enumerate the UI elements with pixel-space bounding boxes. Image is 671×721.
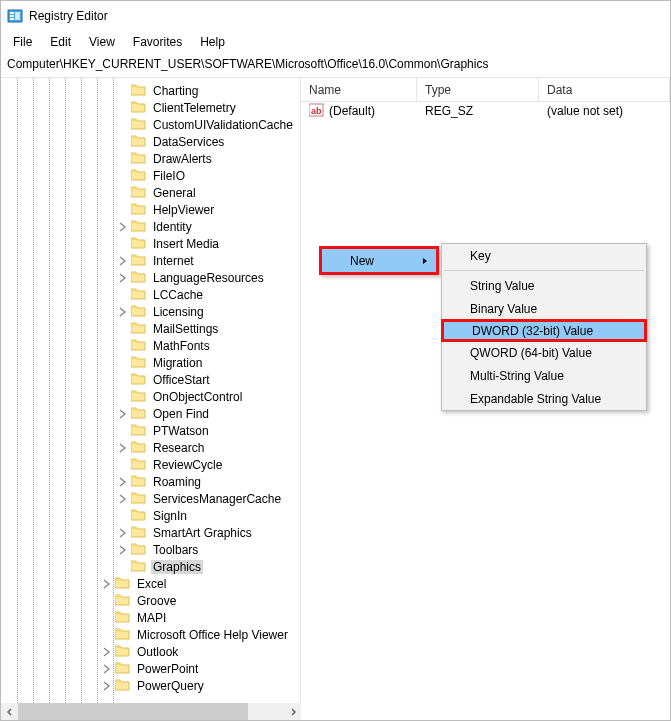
tree-item[interactable]: MailSettings (117, 320, 300, 337)
tree-item[interactable]: Insert Media (117, 235, 300, 252)
folder-icon (115, 677, 131, 694)
tree-item[interactable]: FileIO (117, 167, 300, 184)
string-value-icon (309, 103, 325, 120)
tree-item[interactable]: ClientTelemetry (117, 99, 300, 116)
tree-item[interactable]: OfficeStart (117, 371, 300, 388)
svg-rect-3 (10, 18, 14, 20)
tree-item[interactable]: Open Find (117, 405, 300, 422)
col-header-data[interactable]: Data (539, 78, 670, 101)
menu-help[interactable]: Help (192, 33, 233, 51)
expander-icon[interactable] (117, 255, 129, 267)
expander-icon[interactable] (101, 578, 113, 590)
context-submenu-new[interactable]: KeyString ValueBinary ValueDWORD (32-bit… (441, 243, 647, 411)
tree-item[interactable]: MAPI (101, 609, 300, 626)
expander-icon[interactable] (101, 663, 113, 675)
context-menu-item[interactable]: QWORD (64-bit) Value (442, 341, 646, 364)
tree-item-label: Migration (151, 356, 204, 370)
folder-icon (131, 303, 147, 320)
scroll-left-arrow-icon[interactable] (1, 703, 18, 720)
menu-favorites[interactable]: Favorites (125, 33, 190, 51)
svg-rect-4 (15, 12, 20, 20)
context-menu-item[interactable]: DWORD (32-bit) Value (441, 319, 647, 342)
tree-item[interactable]: Charting (117, 82, 300, 99)
scroll-right-arrow-icon[interactable] (284, 703, 301, 720)
tree-item[interactable]: PowerPoint (101, 660, 300, 677)
col-header-type[interactable]: Type (417, 78, 539, 101)
expander-placeholder (117, 340, 129, 352)
expander-icon[interactable] (117, 272, 129, 284)
tree-hscrollbar[interactable] (1, 703, 301, 720)
tree-item[interactable]: Groove (101, 592, 300, 609)
context-menu-item[interactable]: String Value (442, 274, 646, 297)
expander-icon[interactable] (117, 527, 129, 539)
context-menu-item[interactable]: Key (442, 244, 646, 267)
expander-placeholder (117, 323, 129, 335)
expander-icon[interactable] (117, 476, 129, 488)
menu-view[interactable]: View (81, 33, 123, 51)
tree-item[interactable]: Graphics (117, 558, 300, 575)
expander-icon[interactable] (117, 408, 129, 420)
expander-icon[interactable] (101, 680, 113, 692)
tree-item[interactable]: Excel (101, 575, 300, 592)
expander-icon[interactable] (117, 221, 129, 233)
tree-item[interactable]: LCCache (117, 286, 300, 303)
tree-item[interactable]: SmartArt Graphics (117, 524, 300, 541)
svg-rect-1 (10, 12, 14, 14)
expander-placeholder (117, 187, 129, 199)
window-title: Registry Editor (29, 9, 108, 23)
expander-icon[interactable] (101, 646, 113, 658)
tree-item[interactable]: MathFonts (117, 337, 300, 354)
tree-item[interactable]: Toolbars (117, 541, 300, 558)
value-name: (Default) (329, 104, 375, 118)
tree-item[interactable]: Outlook (101, 643, 300, 660)
tree-item[interactable]: CustomUIValidationCache (117, 116, 300, 133)
context-menu-item-new[interactable]: New (322, 249, 436, 272)
expander-placeholder (117, 170, 129, 182)
tree-item-label: Internet (151, 254, 196, 268)
col-header-name[interactable]: Name (301, 78, 417, 101)
tree-item[interactable]: ServicesManagerCache (117, 490, 300, 507)
address-path: Computer\HKEY_CURRENT_USER\SOFTWARE\Micr… (7, 57, 488, 71)
context-menu-item[interactable]: Expandable String Value (442, 387, 646, 410)
tree-item[interactable]: PTWatson (117, 422, 300, 439)
tree-item[interactable]: Identity (117, 218, 300, 235)
tree-item[interactable]: LanguageResources (117, 269, 300, 286)
scroll-thumb[interactable] (18, 703, 248, 720)
tree-item-label: Toolbars (151, 543, 200, 557)
list-row[interactable]: (Default)REG_SZ(value not set) (301, 102, 670, 120)
context-menu-new[interactable]: New (319, 246, 439, 275)
tree-item[interactable]: SignIn (117, 507, 300, 524)
tree-item[interactable]: Migration (117, 354, 300, 371)
expander-icon[interactable] (117, 493, 129, 505)
menu-file[interactable]: File (5, 33, 40, 51)
tree-item[interactable]: General (117, 184, 300, 201)
tree-item[interactable]: OnObjectControl (117, 388, 300, 405)
tree-item-label: Identity (151, 220, 194, 234)
tree-item[interactable]: Licensing (117, 303, 300, 320)
tree-pane[interactable]: ChartingClientTelemetryCustomUIValidatio… (1, 78, 301, 705)
context-menu-item[interactable]: Multi-String Value (442, 364, 646, 387)
tree-item[interactable]: Roaming (117, 473, 300, 490)
address-bar[interactable]: Computer\HKEY_CURRENT_USER\SOFTWARE\Micr… (1, 53, 670, 78)
folder-icon (131, 235, 147, 252)
expander-icon[interactable] (117, 306, 129, 318)
tree-item[interactable]: Internet (117, 252, 300, 269)
folder-icon (115, 592, 131, 609)
tree-item-label: Microsoft Office Help Viewer (135, 628, 290, 642)
expander-icon[interactable] (117, 442, 129, 454)
expander-icon[interactable] (117, 544, 129, 556)
context-menu-item-label: DWORD (32-bit) Value (472, 324, 593, 338)
menu-edit[interactable]: Edit (42, 33, 79, 51)
tree-item[interactable]: Research (117, 439, 300, 456)
tree-item[interactable]: ReviewCycle (117, 456, 300, 473)
folder-icon (131, 388, 147, 405)
tree-item[interactable]: Microsoft Office Help Viewer (101, 626, 300, 643)
context-menu-item[interactable]: Binary Value (442, 297, 646, 320)
tree-item-label: MathFonts (151, 339, 212, 353)
tree-item[interactable]: DataServices (117, 133, 300, 150)
tree-item[interactable]: HelpViewer (117, 201, 300, 218)
expander-placeholder (117, 119, 129, 131)
folder-icon (131, 337, 147, 354)
tree-item[interactable]: DrawAlerts (117, 150, 300, 167)
tree-item[interactable]: PowerQuery (101, 677, 300, 694)
